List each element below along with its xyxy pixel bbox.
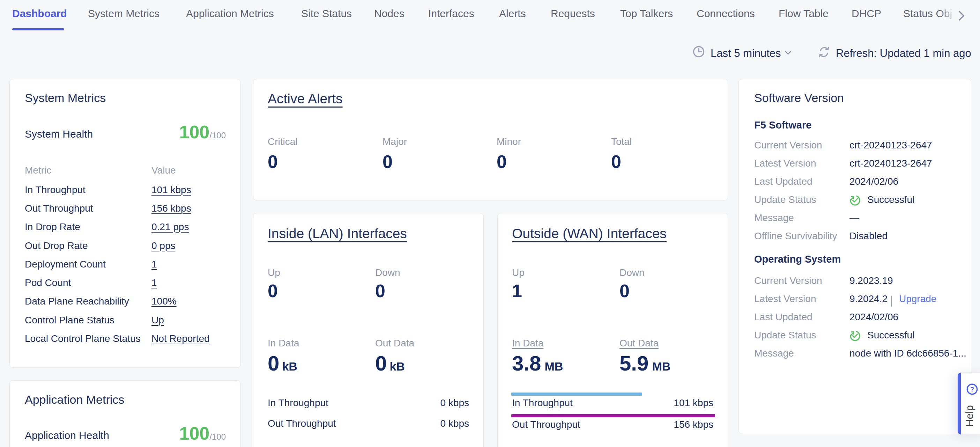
svg-text:?: ?	[970, 386, 974, 393]
